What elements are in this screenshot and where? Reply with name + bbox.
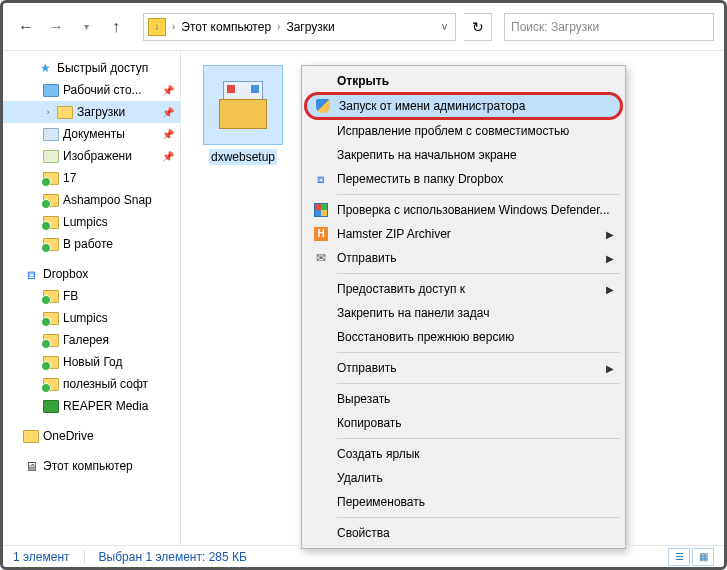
sidebar-item-label: полезный софт <box>63 377 148 391</box>
recent-dropdown[interactable]: ▾ <box>73 14 99 40</box>
sidebar-item-reaper[interactable]: REAPER Media <box>3 395 180 417</box>
zip-icon <box>43 400 59 413</box>
view-details-button[interactable]: ☰ <box>668 548 690 566</box>
folder-icon <box>43 378 59 391</box>
dropbox-icon: ⧈ <box>23 266 39 282</box>
sidebar-item-label: Галерея <box>63 333 109 347</box>
sidebar-item-lumpics[interactable]: Lumpics <box>3 211 180 233</box>
search-input[interactable]: Поиск: Загрузки <box>504 13 714 41</box>
menu-compat[interactable]: Исправление проблем с совместимостью <box>305 119 622 143</box>
menu-send-to-2[interactable]: Отправить ▶ <box>305 356 622 380</box>
sidebar-onedrive[interactable]: OneDrive <box>3 425 180 447</box>
menu-grant-access[interactable]: Предоставить доступ к ▶ <box>305 277 622 301</box>
chevron-right-icon: ▶ <box>606 253 614 264</box>
sidebar-item-label: Документы <box>63 127 125 141</box>
breadcrumb: Этот компьютер › Загрузки <box>181 20 434 34</box>
sidebar-item-lumpics2[interactable]: Lumpics <box>3 307 180 329</box>
sidebar-item-label: Рабочий сто... <box>63 83 142 97</box>
menu-separator <box>337 352 620 353</box>
shield-icon <box>315 98 331 114</box>
chevron-right-icon: › <box>275 21 282 32</box>
context-menu: Открыть Запуск от имени администратора И… <box>301 65 626 549</box>
up-button[interactable]: ↑ <box>103 14 129 40</box>
menu-properties[interactable]: Свойства <box>305 521 622 545</box>
menu-rename[interactable]: Переименовать <box>305 490 622 514</box>
sidebar-dropbox[interactable]: ⧈ Dropbox <box>3 263 180 285</box>
sidebar-item-downloads[interactable]: › Загрузки 📌 <box>3 101 180 123</box>
menu-label: Закрепить на начальном экране <box>337 148 517 162</box>
chevron-right-icon: ▶ <box>606 363 614 374</box>
menu-label: Переместить в папку Dropbox <box>337 172 503 186</box>
sidebar-item-work[interactable]: В работе <box>3 233 180 255</box>
view-icons-button[interactable]: ▦ <box>692 548 714 566</box>
sidebar-item-fb[interactable]: FB <box>3 285 180 307</box>
menu-send-to[interactable]: ✉ Отправить ▶ <box>305 246 622 270</box>
sidebar-item-useful[interactable]: полезный софт <box>3 373 180 395</box>
sidebar-item-label: Этот компьютер <box>43 459 133 473</box>
menu-separator <box>337 383 620 384</box>
menu-delete[interactable]: Удалить <box>305 466 622 490</box>
address-dropdown[interactable]: v <box>438 21 451 32</box>
folder-icon <box>43 172 59 185</box>
menu-pin-start[interactable]: Закрепить на начальном экране <box>305 143 622 167</box>
forward-button[interactable]: → <box>43 14 69 40</box>
menu-cut[interactable]: Вырезать <box>305 387 622 411</box>
back-button[interactable]: ← <box>13 14 39 40</box>
status-bar: 1 элемент Выбран 1 элемент: 285 КБ ☰ ▦ <box>3 545 724 567</box>
menu-open[interactable]: Открыть <box>305 69 622 93</box>
sidebar-item-17[interactable]: 17 <box>3 167 180 189</box>
pc-icon: 🖥 <box>23 458 39 474</box>
sidebar-item-newyear[interactable]: Новый Год <box>3 351 180 373</box>
menu-hamster[interactable]: H Hamster ZIP Archiver ▶ <box>305 222 622 246</box>
sidebar-item-label: Lumpics <box>63 215 108 229</box>
toolbar: ← → ▾ ↑ ↓ › Этот компьютер › Загрузки v … <box>3 3 724 51</box>
sidebar-item-gallery[interactable]: Галерея <box>3 329 180 351</box>
menu-label: Отправить <box>337 361 397 375</box>
refresh-button[interactable]: ↻ <box>464 13 492 41</box>
pin-icon: 📌 <box>162 85 174 96</box>
file-item-dxwebsetup[interactable]: dxwebsetup <box>195 65 291 165</box>
menu-separator <box>337 273 620 274</box>
pin-icon: 📌 <box>162 151 174 162</box>
sidebar-item-label: REAPER Media <box>63 399 148 413</box>
menu-separator <box>337 517 620 518</box>
menu-copy[interactable]: Копировать <box>305 411 622 435</box>
menu-label: Закрепить на панели задач <box>337 306 489 320</box>
sidebar-item-pictures[interactable]: Изображени 📌 <box>3 145 180 167</box>
breadcrumb-current[interactable]: Загрузки <box>286 20 334 34</box>
menu-defender[interactable]: Проверка с использованием Windows Defend… <box>305 198 622 222</box>
folder-icon <box>43 290 59 303</box>
menu-run-as-admin[interactable]: Запуск от имени администратора <box>304 92 623 120</box>
hamster-icon: H <box>313 226 329 242</box>
desktop-icon <box>43 84 59 97</box>
folder-icon <box>43 194 59 207</box>
menu-restore[interactable]: Восстановить прежнюю версию <box>305 325 622 349</box>
view-toggles: ☰ ▦ <box>668 548 714 566</box>
folder-icon <box>43 216 59 229</box>
search-placeholder: Поиск: Загрузки <box>511 20 599 34</box>
divider <box>84 550 85 564</box>
sidebar-item-label: Lumpics <box>63 311 108 325</box>
menu-label: Открыть <box>337 74 389 88</box>
sidebar-quick-access[interactable]: ★ Быстрый доступ <box>3 57 180 79</box>
installer-icon <box>219 81 267 129</box>
sidebar-item-ashampoo[interactable]: Ashampoo Snap <box>3 189 180 211</box>
menu-separator <box>337 438 620 439</box>
menu-separator <box>337 194 620 195</box>
menu-label: Удалить <box>337 471 383 485</box>
menu-move-dropbox[interactable]: ⧈ Переместить в папку Dropbox <box>305 167 622 191</box>
breadcrumb-root[interactable]: Этот компьютер <box>181 20 271 34</box>
menu-label: Предоставить доступ к <box>337 282 465 296</box>
sidebar-item-documents[interactable]: Документы 📌 <box>3 123 180 145</box>
menu-create-shortcut[interactable]: Создать ярлык <box>305 442 622 466</box>
file-icon-selected <box>203 65 283 145</box>
chevron-right-icon: ▶ <box>606 229 614 240</box>
menu-label: Отправить <box>337 251 397 265</box>
chevron-right-icon: › <box>170 21 177 32</box>
menu-pin-taskbar[interactable]: Закрепить на панели задач <box>305 301 622 325</box>
folder-icon: ↓ <box>148 18 166 36</box>
address-bar[interactable]: ↓ › Этот компьютер › Загрузки v <box>143 13 456 41</box>
chevron-right-icon: › <box>43 107 53 117</box>
sidebar-item-desktop[interactable]: Рабочий сто... 📌 <box>3 79 180 101</box>
sidebar-thispc[interactable]: 🖥 Этот компьютер <box>3 455 180 477</box>
